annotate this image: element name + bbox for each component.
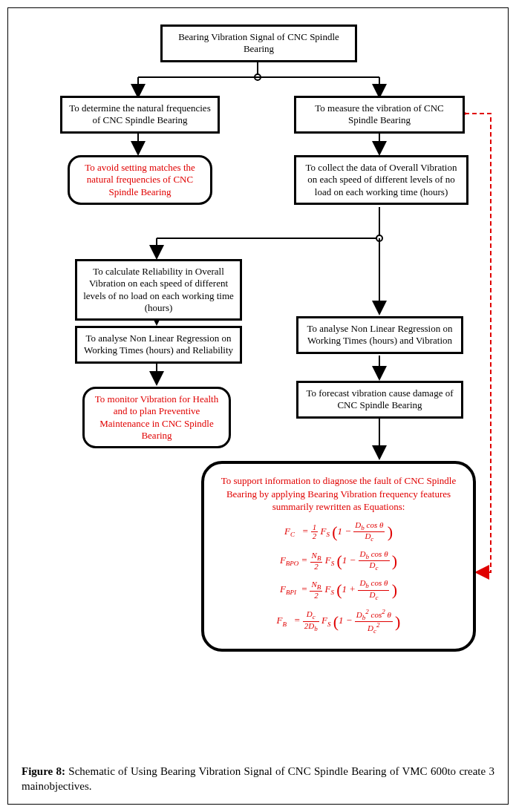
node-forecast-damage: To forecast vibration cause damage of CN…	[296, 381, 463, 419]
equation-fbpo: FBPO = NB2 FS (1 − Db cos θDc )	[216, 550, 461, 572]
node-measure-vibration: To measure the vibration of CNC Spindle …	[294, 96, 465, 134]
node-calc-reliability: To calculate Reliability in Overall Vibr…	[75, 259, 242, 321]
node-label: To forecast vibration cause damage of CN…	[307, 387, 454, 410]
node-label: To analyse Non Linear Regression on Work…	[84, 333, 233, 356]
node-label: To avoid setting matches the natural fre…	[85, 162, 195, 197]
node-label: Bearing Vibration Signal of CNC Spindle …	[178, 31, 339, 54]
node-natural-freq: To determine the natural frequencies of …	[60, 96, 220, 134]
svg-point-1	[255, 74, 261, 80]
node-monitor-health: To monitor Vibration for Health and to p…	[82, 387, 231, 448]
node-label: To support information to diagnose the f…	[216, 474, 461, 514]
node-start: Bearing Vibration Signal of CNC Spindle …	[160, 24, 357, 62]
equation-fb: FB = Dc2Db FS (1 − Db2 cos2 θDc2 )	[216, 609, 461, 635]
figure-caption: Figure 8: Schematic of Using Bearing Vib…	[22, 764, 494, 794]
node-avoid-setting: To avoid setting matches the natural fre…	[68, 155, 212, 205]
node-regression-reliability: To analyse Non Linear Regression on Work…	[75, 326, 242, 364]
node-label: To measure the vibration of CNC Spindle …	[315, 102, 443, 125]
equation-fc: FC = 12 FS (1 − Db cos θDc )	[216, 521, 461, 543]
figure-frame: Bearing Vibration Signal of CNC Spindle …	[7, 7, 509, 805]
node-label: To determine the natural frequencies of …	[69, 102, 210, 125]
node-label: To analyse Non Linear Regression on Work…	[307, 323, 453, 346]
node-equations-terminator: To support information to diagnose the f…	[201, 461, 476, 652]
svg-point-9	[376, 235, 382, 241]
page: Bearing Vibration Signal of CNC Spindle …	[0, 0, 516, 812]
node-collect-data: To collect the data of Overall Vibration…	[294, 155, 468, 205]
node-label: To calculate Reliability in Overall Vibr…	[83, 266, 234, 313]
caption-label: Figure 8:	[22, 765, 65, 777]
caption-text: Schematic of Using Bearing Vibration Sig…	[22, 765, 494, 792]
node-label: To collect the data of Overall Vibration…	[306, 162, 457, 197]
node-regression-vibration: To analyse Non Linear Regression on Work…	[296, 316, 463, 354]
equation-fbpi: FBPI = NB2 FS (1 + Db cos θDc )	[216, 579, 461, 600]
node-label: To monitor Vibration for Health and to p…	[95, 393, 218, 441]
